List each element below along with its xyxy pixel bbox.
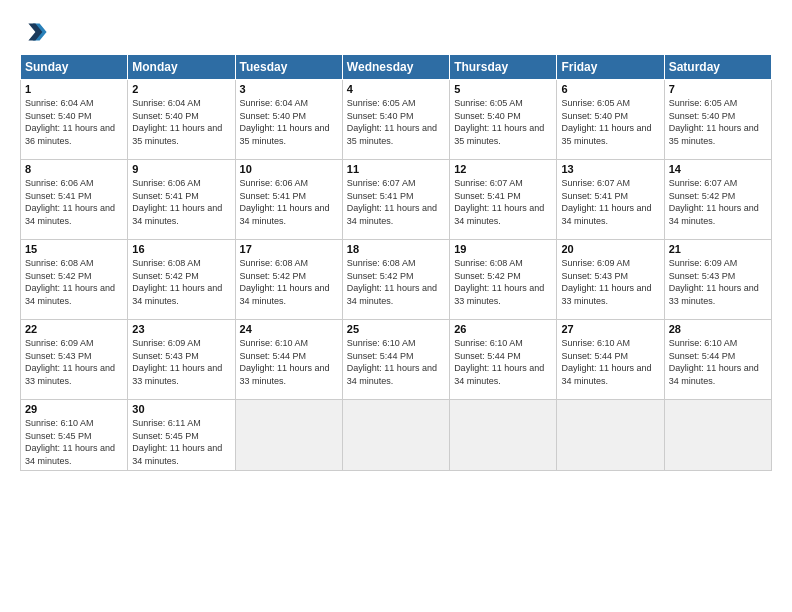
daylight-label: Daylight: 11 hours and 35 minutes. xyxy=(347,123,437,146)
daylight-label: Daylight: 11 hours and 34 minutes. xyxy=(347,283,437,306)
day-info: Sunrise: 6:09 AM Sunset: 5:43 PM Dayligh… xyxy=(132,337,230,387)
daylight-label: Daylight: 11 hours and 34 minutes. xyxy=(669,203,759,226)
sunset-label: Sunset: 5:43 PM xyxy=(25,351,92,361)
calendar-cell-15: 15 Sunrise: 6:08 AM Sunset: 5:42 PM Dayl… xyxy=(21,240,128,320)
sunrise-label: Sunrise: 6:11 AM xyxy=(132,418,201,428)
day-number: 23 xyxy=(132,323,230,335)
day-number: 6 xyxy=(561,83,659,95)
daylight-label: Daylight: 11 hours and 33 minutes. xyxy=(454,283,544,306)
sunrise-label: Sunrise: 6:08 AM xyxy=(25,258,94,268)
day-number: 25 xyxy=(347,323,445,335)
weekday-header-tuesday: Tuesday xyxy=(235,55,342,80)
day-info: Sunrise: 6:05 AM Sunset: 5:40 PM Dayligh… xyxy=(454,97,552,147)
sunset-label: Sunset: 5:41 PM xyxy=(240,191,307,201)
day-info: Sunrise: 6:05 AM Sunset: 5:40 PM Dayligh… xyxy=(347,97,445,147)
daylight-label: Daylight: 11 hours and 34 minutes. xyxy=(561,363,651,386)
day-info: Sunrise: 6:07 AM Sunset: 5:41 PM Dayligh… xyxy=(454,177,552,227)
daylight-label: Daylight: 11 hours and 34 minutes. xyxy=(240,283,330,306)
day-info: Sunrise: 6:07 AM Sunset: 5:42 PM Dayligh… xyxy=(669,177,767,227)
sunrise-label: Sunrise: 6:09 AM xyxy=(561,258,630,268)
header xyxy=(20,18,772,46)
sunrise-label: Sunrise: 6:05 AM xyxy=(561,98,630,108)
sunset-label: Sunset: 5:41 PM xyxy=(454,191,521,201)
day-number: 26 xyxy=(454,323,552,335)
sunset-label: Sunset: 5:40 PM xyxy=(454,111,521,121)
daylight-label: Daylight: 11 hours and 34 minutes. xyxy=(454,203,544,226)
daylight-label: Daylight: 11 hours and 35 minutes. xyxy=(240,123,330,146)
day-info: Sunrise: 6:08 AM Sunset: 5:42 PM Dayligh… xyxy=(347,257,445,307)
calendar-cell-29: 29 Sunrise: 6:10 AM Sunset: 5:45 PM Dayl… xyxy=(21,400,128,471)
day-info: Sunrise: 6:09 AM Sunset: 5:43 PM Dayligh… xyxy=(561,257,659,307)
calendar-cell-10: 10 Sunrise: 6:06 AM Sunset: 5:41 PM Dayl… xyxy=(235,160,342,240)
daylight-label: Daylight: 11 hours and 34 minutes. xyxy=(25,283,115,306)
calendar-cell-7: 7 Sunrise: 6:05 AM Sunset: 5:40 PM Dayli… xyxy=(664,80,771,160)
day-number: 18 xyxy=(347,243,445,255)
daylight-label: Daylight: 11 hours and 35 minutes. xyxy=(454,123,544,146)
calendar-cell-5: 5 Sunrise: 6:05 AM Sunset: 5:40 PM Dayli… xyxy=(450,80,557,160)
calendar-cell-22: 22 Sunrise: 6:09 AM Sunset: 5:43 PM Dayl… xyxy=(21,320,128,400)
sunrise-label: Sunrise: 6:06 AM xyxy=(25,178,94,188)
day-info: Sunrise: 6:05 AM Sunset: 5:40 PM Dayligh… xyxy=(669,97,767,147)
calendar-cell-2: 2 Sunrise: 6:04 AM Sunset: 5:40 PM Dayli… xyxy=(128,80,235,160)
day-number: 9 xyxy=(132,163,230,175)
calendar-cell-17: 17 Sunrise: 6:08 AM Sunset: 5:42 PM Dayl… xyxy=(235,240,342,320)
sunset-label: Sunset: 5:41 PM xyxy=(132,191,199,201)
weekday-header-sunday: Sunday xyxy=(21,55,128,80)
daylight-label: Daylight: 11 hours and 34 minutes. xyxy=(132,283,222,306)
empty-cell xyxy=(342,400,449,471)
day-number: 24 xyxy=(240,323,338,335)
sunrise-label: Sunrise: 6:07 AM xyxy=(561,178,630,188)
sunrise-label: Sunrise: 6:08 AM xyxy=(240,258,309,268)
day-info: Sunrise: 6:08 AM Sunset: 5:42 PM Dayligh… xyxy=(240,257,338,307)
calendar-cell-6: 6 Sunrise: 6:05 AM Sunset: 5:40 PM Dayli… xyxy=(557,80,664,160)
sunset-label: Sunset: 5:41 PM xyxy=(25,191,92,201)
sunset-label: Sunset: 5:44 PM xyxy=(669,351,736,361)
day-number: 7 xyxy=(669,83,767,95)
sunrise-label: Sunrise: 6:04 AM xyxy=(132,98,201,108)
calendar-table: SundayMondayTuesdayWednesdayThursdayFrid… xyxy=(20,54,772,471)
calendar-cell-4: 4 Sunrise: 6:05 AM Sunset: 5:40 PM Dayli… xyxy=(342,80,449,160)
day-number: 14 xyxy=(669,163,767,175)
calendar-cell-26: 26 Sunrise: 6:10 AM Sunset: 5:44 PM Dayl… xyxy=(450,320,557,400)
calendar-cell-21: 21 Sunrise: 6:09 AM Sunset: 5:43 PM Dayl… xyxy=(664,240,771,320)
day-number: 13 xyxy=(561,163,659,175)
sunset-label: Sunset: 5:44 PM xyxy=(240,351,307,361)
day-info: Sunrise: 6:08 AM Sunset: 5:42 PM Dayligh… xyxy=(25,257,123,307)
sunrise-label: Sunrise: 6:04 AM xyxy=(25,98,94,108)
page: SundayMondayTuesdayWednesdayThursdayFrid… xyxy=(0,0,792,612)
calendar-cell-12: 12 Sunrise: 6:07 AM Sunset: 5:41 PM Dayl… xyxy=(450,160,557,240)
logo xyxy=(20,18,52,46)
empty-cell xyxy=(235,400,342,471)
sunrise-label: Sunrise: 6:07 AM xyxy=(347,178,416,188)
sunset-label: Sunset: 5:44 PM xyxy=(347,351,414,361)
daylight-label: Daylight: 11 hours and 33 minutes. xyxy=(25,363,115,386)
sunrise-label: Sunrise: 6:09 AM xyxy=(25,338,94,348)
sunrise-label: Sunrise: 6:10 AM xyxy=(240,338,309,348)
calendar-cell-11: 11 Sunrise: 6:07 AM Sunset: 5:41 PM Dayl… xyxy=(342,160,449,240)
sunrise-label: Sunrise: 6:10 AM xyxy=(347,338,416,348)
day-info: Sunrise: 6:08 AM Sunset: 5:42 PM Dayligh… xyxy=(454,257,552,307)
sunset-label: Sunset: 5:44 PM xyxy=(454,351,521,361)
weekday-header-thursday: Thursday xyxy=(450,55,557,80)
sunset-label: Sunset: 5:45 PM xyxy=(25,431,92,441)
calendar-header-row: SundayMondayTuesdayWednesdayThursdayFrid… xyxy=(21,55,772,80)
weekday-header-friday: Friday xyxy=(557,55,664,80)
day-info: Sunrise: 6:10 AM Sunset: 5:44 PM Dayligh… xyxy=(669,337,767,387)
daylight-label: Daylight: 11 hours and 35 minutes. xyxy=(561,123,651,146)
sunset-label: Sunset: 5:40 PM xyxy=(561,111,628,121)
daylight-label: Daylight: 11 hours and 34 minutes. xyxy=(25,203,115,226)
day-number: 1 xyxy=(25,83,123,95)
day-info: Sunrise: 6:10 AM Sunset: 5:44 PM Dayligh… xyxy=(240,337,338,387)
day-number: 2 xyxy=(132,83,230,95)
calendar-cell-30: 30 Sunrise: 6:11 AM Sunset: 5:45 PM Dayl… xyxy=(128,400,235,471)
day-info: Sunrise: 6:10 AM Sunset: 5:44 PM Dayligh… xyxy=(561,337,659,387)
calendar-cell-3: 3 Sunrise: 6:04 AM Sunset: 5:40 PM Dayli… xyxy=(235,80,342,160)
day-number: 20 xyxy=(561,243,659,255)
logo-icon xyxy=(20,18,48,46)
day-info: Sunrise: 6:09 AM Sunset: 5:43 PM Dayligh… xyxy=(669,257,767,307)
empty-cell xyxy=(664,400,771,471)
day-number: 30 xyxy=(132,403,230,415)
daylight-label: Daylight: 11 hours and 34 minutes. xyxy=(132,443,222,466)
daylight-label: Daylight: 11 hours and 33 minutes. xyxy=(132,363,222,386)
sunset-label: Sunset: 5:42 PM xyxy=(347,271,414,281)
